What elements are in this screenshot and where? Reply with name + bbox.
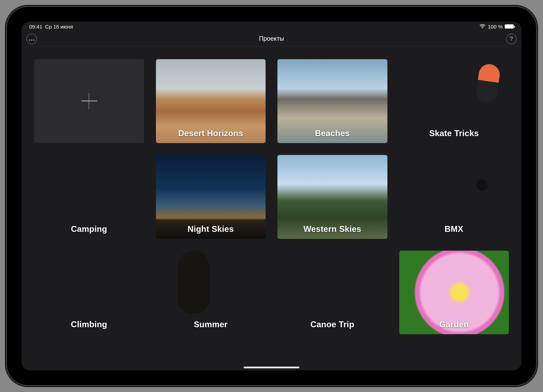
toolbar: Проекты ? <box>22 31 521 47</box>
project-title: Canoe Trip <box>277 320 387 329</box>
svg-point-0 <box>482 28 483 28</box>
project-title: Summer <box>156 320 266 329</box>
battery-text: 100 % <box>488 24 503 30</box>
project-title: Camping <box>34 224 144 234</box>
project-title: Skate Tricks <box>399 128 509 138</box>
project-tile[interactable]: BMX <box>399 155 509 239</box>
project-tile[interactable]: Desert Horizons <box>156 59 266 143</box>
project-thumbnail <box>399 251 509 335</box>
project-tile[interactable]: Western Skies <box>277 155 387 239</box>
project-thumbnail <box>277 59 387 143</box>
project-tile[interactable]: Skate Tricks <box>399 59 509 143</box>
project-tile[interactable]: Canoe Trip <box>277 251 387 335</box>
battery-icon <box>505 24 514 29</box>
project-thumbnail <box>277 155 387 239</box>
project-tile[interactable]: Camping <box>34 155 144 239</box>
plus-icon <box>81 93 97 109</box>
project-title: BMX <box>399 224 509 234</box>
new-project-tile[interactable] <box>34 59 144 143</box>
content: Desert HorizonsBeachesSkate TricksCampin… <box>22 47 521 370</box>
project-tile[interactable]: Climbing <box>34 251 144 335</box>
project-thumbnail <box>156 155 266 239</box>
screen: 09:41 Ср 16 июня 100 % <box>22 22 521 370</box>
project-tile[interactable]: Night Skies <box>156 155 266 239</box>
projects-grid: Desert HorizonsBeachesSkate TricksCampin… <box>34 59 509 334</box>
ipad-frame: 09:41 Ср 16 июня 100 % <box>7 7 536 385</box>
project-title: Climbing <box>34 320 144 329</box>
project-tile[interactable]: Summer <box>156 251 266 335</box>
project-tile[interactable]: Garden <box>399 251 509 335</box>
project-thumbnail <box>156 59 266 143</box>
wifi-icon <box>479 24 486 29</box>
page-title: Проекты <box>22 35 521 42</box>
status-bar: 09:41 Ср 16 июня 100 % <box>22 22 521 31</box>
home-indicator[interactable] <box>244 367 299 368</box>
project-tile[interactable]: Beaches <box>277 59 387 143</box>
status-date: Ср 16 июня <box>45 24 73 30</box>
status-time: 09:41 <box>29 24 42 30</box>
